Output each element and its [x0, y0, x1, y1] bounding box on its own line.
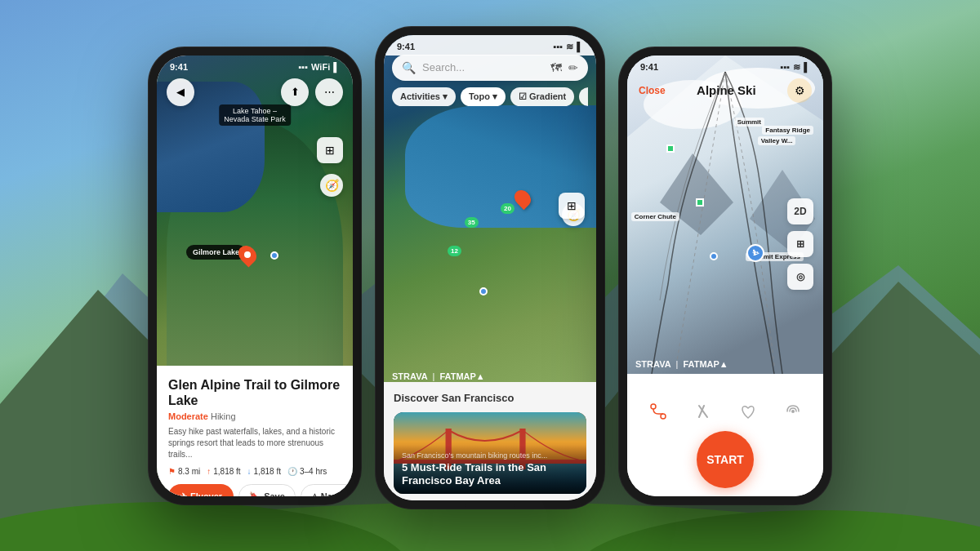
card-overlay: San Francisco's mountain biking routes i…: [394, 445, 586, 493]
search-input[interactable]: Search...: [422, 61, 544, 73]
strava-logo-center: STRAVA | FATMAP▲: [392, 371, 485, 381]
svg-point-18: [651, 404, 656, 409]
battery-left: ▌: [333, 62, 340, 72]
chevron-down-icon: ▾: [443, 91, 448, 102]
flyover-button[interactable]: ✈ Flyover: [168, 484, 234, 496]
strava-logo-right: STRAVA | FATMAP▲: [635, 359, 728, 369]
tab-route[interactable]: [647, 400, 670, 423]
start-button[interactable]: START: [697, 431, 754, 488]
filter-topo[interactable]: Topo ▾: [461, 87, 506, 106]
map-label-line1: Lake Tahoe –: [224, 107, 286, 115]
status-icons-left: ▪▪▪ WiFi ▌: [298, 62, 340, 72]
wifi-left: WiFi: [311, 62, 330, 72]
svg-point-22: [791, 410, 795, 413]
tab-favorites[interactable]: [737, 400, 760, 423]
map-right: 9:41 ▪▪▪ ≋ ▌ Close Alpine Ski ⚙: [627, 56, 823, 374]
2d-button[interactable]: 2D: [787, 198, 813, 224]
gradient-label: Gradient: [529, 91, 566, 101]
ski-label-corner: Corner Chute: [631, 212, 679, 221]
filter-activities[interactable]: Activities ▾: [392, 87, 456, 106]
stat-distance: ⚑ 8.3 mi: [168, 467, 200, 476]
action-buttons: ✈ Flyover 🔖 Save △ Navigate ⬇: [168, 484, 341, 496]
trail-bubble-left: Gilmore Lake: [186, 245, 246, 260]
orange-pin-center: [515, 189, 530, 207]
ski-tab-bar: [627, 400, 823, 423]
map-label: Lake Tahoe – Nevada State Park: [219, 104, 291, 126]
navigate-button[interactable]: △ Navigate: [301, 484, 353, 496]
ski-dot-2: [696, 198, 704, 207]
status-icons-right: ▪▪▪ ≋ ▌: [781, 62, 811, 73]
home-indicator-right: [701, 500, 750, 503]
signal-right: ▪▪▪: [781, 62, 791, 72]
time-right: 9:41: [640, 62, 658, 72]
status-bar-center: 9:41 ▪▪▪ ≋ ▌: [384, 35, 596, 56]
gradient-check-icon: ☑: [519, 91, 527, 102]
activities-label: Activities: [400, 91, 440, 101]
phone-right-inner: 9:41 ▪▪▪ ≋ ▌ Close Alpine Ski ⚙: [627, 56, 823, 496]
wifi-right: ≋: [793, 62, 800, 73]
trail-activity: Hiking: [211, 411, 236, 421]
more-button[interactable]: ⋯: [315, 78, 343, 106]
pin-green-1: 35: [465, 217, 479, 228]
discover-card[interactable]: San Francisco's mountain biking routes i…: [394, 412, 586, 494]
phone-center-inner: 9:41 ▪▪▪ ≋ ▌ 🔍 Search... 🗺 ✏: [384, 35, 596, 500]
pin-green-3: 12: [448, 246, 461, 256]
map-icon: 🗺: [550, 61, 562, 74]
ski-area-marker: ⛷: [746, 244, 764, 262]
ski-dot-blue: [710, 252, 718, 260]
trail-difficulty: Moderate: [168, 411, 208, 421]
stat-time: 🕐 3–4 hrs: [287, 467, 327, 476]
layers-button-left[interactable]: ⊞: [317, 137, 343, 163]
layers-button-right[interactable]: ⊞: [787, 231, 813, 257]
home-indicator-left: [230, 500, 279, 503]
time-left: 9:41: [170, 62, 188, 72]
discover-prefix: Discover: [394, 392, 439, 404]
tab-signal[interactable]: [782, 400, 804, 423]
phones-container: 9:41 ▪▪▪ WiFi ▌ ◀ ⬆ ⋯: [0, 0, 980, 551]
blue-dot-center: [479, 287, 488, 295]
ski-label-fantasy: Fantasy Ridge: [762, 126, 813, 135]
down-arrow-icon: ↓: [247, 467, 252, 476]
flyover-icon: ✈: [180, 491, 187, 496]
settings-button[interactable]: ⚙: [787, 78, 812, 103]
back-button-left[interactable]: ◀: [167, 78, 194, 106]
filter-gradient[interactable]: ☑ Gradient: [510, 87, 574, 106]
clock-icon: 🕐: [287, 467, 297, 476]
ski-header: Close Alpine Ski ⚙: [627, 78, 823, 103]
close-button[interactable]: Close: [639, 85, 666, 96]
pencil-icon: ✏: [568, 61, 578, 74]
ski-icon: [694, 402, 712, 420]
time-value: 3–4 hrs: [300, 467, 327, 476]
stat-elevation-up: ↑ 1,818 ft: [207, 467, 240, 476]
discover-city-name: San Francisco: [442, 392, 514, 404]
status-bar-left: 9:41 ▪▪▪ WiFi ▌: [157, 56, 353, 75]
start-button-row: START: [627, 431, 823, 491]
share-button[interactable]: ⬆: [281, 78, 309, 106]
topo-chevron-icon: ▾: [492, 91, 497, 102]
battery-center: ▌: [577, 42, 583, 51]
search-bar[interactable]: 🔍 Search... 🗺 ✏: [392, 55, 588, 81]
pin-green-2: 20: [501, 203, 514, 214]
signal-waves-icon: [784, 402, 802, 420]
tab-ski[interactable]: [692, 400, 715, 423]
trail-dot-left: [270, 251, 278, 260]
compass-left[interactable]: 🧭: [320, 174, 343, 197]
filter-lifts[interactable]: ☑ Li...: [579, 87, 588, 106]
wifi-center: ≋: [566, 42, 573, 52]
svg-point-19: [661, 414, 666, 419]
layers-button-center[interactable]: ⊞: [559, 193, 585, 219]
time-center: 9:41: [397, 42, 415, 51]
trail-title: Glen Alpine Trail to Gilmore Lake: [168, 377, 341, 408]
save-button[interactable]: 🔖 Save: [238, 484, 296, 496]
navigate-icon: △: [311, 491, 318, 496]
ski-label-valley: Valley W...: [758, 136, 796, 145]
card-tag: San Francisco's mountain biking routes i…: [402, 451, 578, 460]
fatmap-text-center: FATMAP▲: [439, 371, 484, 381]
location-button-right[interactable]: ◎: [787, 264, 813, 290]
trail-stats: ⚑ 8.3 mi ↑ 1,818 ft ↓ 1,818 ft 🕐 3–4 hrs: [168, 467, 341, 476]
search-header: 🔍 Search... 🗺 ✏ Activities ▾ Topo ▾: [384, 55, 596, 106]
phone-right: 9:41 ▪▪▪ ≋ ▌ Close Alpine Ski ⚙: [619, 47, 831, 504]
ski-controls: 2D ⊞ ◎: [787, 198, 813, 290]
signal-left: ▪▪▪: [298, 62, 308, 72]
phone-center: 9:41 ▪▪▪ ≋ ▌ 🔍 Search... 🗺 ✏: [376, 27, 604, 509]
